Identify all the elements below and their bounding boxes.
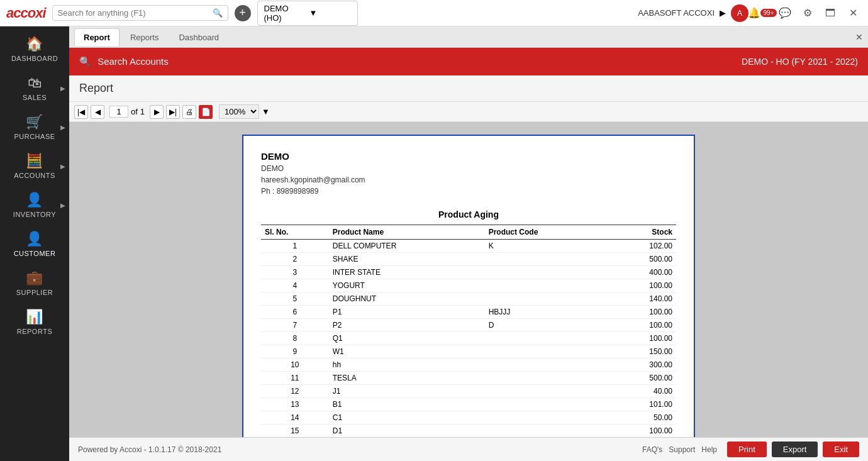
cell-sl: 12	[261, 385, 329, 398]
cell-name: INTER STATE	[329, 266, 485, 279]
toolbar-prev-page[interactable]: ◀	[91, 105, 104, 119]
search-input[interactable]	[58, 8, 209, 18]
col-header-code: Product Code	[485, 225, 609, 240]
sidebar-label-accounts: ACCOUNTS	[14, 172, 55, 179]
help-link[interactable]: Help	[701, 445, 717, 454]
sidebar-item-purchase[interactable]: 🛒 PURCHASE ▶	[0, 108, 69, 147]
cell-code	[485, 385, 609, 398]
sidebar-item-reports[interactable]: 📊 REPORTS	[0, 303, 69, 342]
notification-icon[interactable]: 🔔99+	[754, 4, 771, 22]
print-button[interactable]: Print	[727, 442, 767, 457]
cell-stock: 40.00	[609, 385, 676, 398]
tab-dashboard[interactable]: Dashboard	[169, 28, 228, 46]
search-bar[interactable]: 🔍	[52, 5, 228, 21]
supplier-icon: 💼	[26, 270, 43, 286]
sidebar-item-customer[interactable]: 👤 CUSTOMER	[0, 225, 69, 264]
cell-code: K	[485, 240, 609, 253]
close-icon[interactable]: ✕	[844, 4, 862, 22]
app-logo: accoxi	[6, 5, 46, 21]
tab-close-button[interactable]: ✕	[855, 32, 863, 42]
support-link[interactable]: Support	[669, 445, 695, 454]
table-row: 2 SHAKE 500.00	[261, 253, 676, 266]
page-of-label: of	[131, 107, 138, 116]
cell-stock: 100.00	[609, 425, 676, 438]
cell-name: SHAKE	[329, 253, 485, 266]
cell-sl: 7	[261, 319, 329, 332]
cell-sl: 15	[261, 425, 329, 438]
cell-code	[485, 398, 609, 411]
cell-name: Q1	[329, 332, 485, 345]
col-header-sl: Sl. No.	[261, 225, 329, 240]
table-row: 14 C1 50.00	[261, 411, 676, 425]
red-header: 🔍 Search Accounts DEMO - HO (FY 2021 - 2…	[69, 48, 868, 75]
table-row: 1 DELL COMPUTER K 102.00	[261, 240, 676, 253]
add-button[interactable]: +	[235, 5, 251, 21]
cell-code	[485, 292, 609, 306]
sidebar-item-dashboard[interactable]: 🏠 DASHBOARD	[0, 30, 69, 69]
report-viewer[interactable]: DEMO DEMO hareesh.kgopinath@gmail.com Ph…	[69, 122, 868, 437]
sidebar-label-dashboard: DASHBOARD	[11, 55, 58, 62]
minimize-icon[interactable]: 🗖	[821, 4, 839, 22]
footer: Powered by Accoxi - 1.0.1.17 © 2018-2021…	[69, 437, 868, 461]
search-accounts-label: 🔍 Search Accounts	[79, 56, 169, 67]
tab-reports[interactable]: Reports	[121, 28, 169, 46]
reports-icon: 📊	[26, 309, 43, 325]
company-name: DEMO	[261, 151, 676, 162]
company-sub-line1: DEMO	[261, 163, 676, 174]
table-row: 13 B1 101.00	[261, 398, 676, 411]
sidebar-label-reports: REPORTS	[17, 328, 52, 335]
arrow-icon-inventory: ▶	[60, 202, 66, 209]
cell-code	[485, 266, 609, 279]
cell-stock: 100.00	[609, 319, 676, 332]
exit-button[interactable]: Exit	[823, 442, 859, 457]
sidebar: 🏠 DASHBOARD 🛍 SALES ▶ 🛒 PURCHASE ▶ 🧮 ACC…	[0, 26, 69, 461]
cell-stock: 140.00	[609, 292, 676, 306]
tab-report[interactable]: Report	[74, 28, 120, 46]
report-heading: Product Aging	[261, 209, 676, 219]
chat-icon[interactable]: 💬	[776, 4, 794, 22]
cell-code	[485, 425, 609, 438]
cell-name: W1	[329, 345, 485, 358]
page-number-input[interactable]: 1	[109, 106, 128, 118]
zoom-selector[interactable]: 100%	[219, 104, 259, 119]
sidebar-item-accounts[interactable]: 🧮 ACCOUNTS ▶	[0, 147, 69, 186]
cell-stock: 100.00	[609, 279, 676, 292]
toolbar-export[interactable]: 📄	[199, 105, 213, 119]
report-table: Sl. No. Product Name Product Code Stock …	[261, 225, 676, 437]
report-title: Report	[69, 75, 868, 102]
toolbar-print[interactable]: 🖨	[182, 105, 196, 119]
cell-stock: 500.00	[609, 372, 676, 385]
cell-sl: 8	[261, 332, 329, 345]
customer-icon: 👤	[26, 231, 43, 247]
settings-icon[interactable]: ⚙	[799, 4, 816, 22]
cell-name: TESLA	[329, 372, 485, 385]
table-row: 15 D1 100.00	[261, 425, 676, 438]
export-button[interactable]: Export	[772, 442, 818, 457]
faq-link[interactable]: FAQ's	[642, 445, 662, 454]
cell-sl: 14	[261, 411, 329, 425]
main-layout: 🏠 DASHBOARD 🛍 SALES ▶ 🛒 PURCHASE ▶ 🧮 ACC…	[0, 26, 868, 461]
sidebar-item-supplier[interactable]: 💼 SUPPLIER	[0, 264, 69, 303]
cell-sl: 11	[261, 372, 329, 385]
sidebar-label-supplier: SUPPLIER	[16, 289, 53, 296]
cell-sl: 13	[261, 398, 329, 411]
sidebar-label-customer: CUSTOMER	[14, 250, 56, 257]
top-bar: accoxi 🔍 + DEMO (HO) ▼ AABASOFT ACCOXI ▶…	[0, 0, 868, 26]
search-accounts-icon: 🔍	[79, 56, 91, 67]
cell-code: HBJJJ	[485, 306, 609, 319]
sidebar-item-inventory[interactable]: 👤 INVENTORY ▶	[0, 186, 69, 225]
arrow-icon-purchase: ▶	[60, 124, 66, 131]
inventory-icon: 👤	[26, 192, 43, 208]
cell-name: P1	[329, 306, 485, 319]
company-selector[interactable]: DEMO (HO) ▼	[257, 1, 358, 26]
arrow-icon: ▶	[60, 85, 66, 92]
toolbar-first-page[interactable]: |◀	[74, 105, 88, 119]
purchase-icon: 🛒	[26, 114, 43, 130]
company-name: DEMO (HO)	[264, 4, 306, 23]
cell-stock: 500.00	[609, 253, 676, 266]
table-row: 5 DOUGHNUT 140.00	[261, 292, 676, 306]
sidebar-item-sales[interactable]: 🛍 SALES ▶	[0, 69, 69, 108]
toolbar-last-page[interactable]: ▶|	[166, 105, 180, 119]
toolbar-next-page[interactable]: ▶	[150, 105, 164, 119]
cell-stock: 102.00	[609, 240, 676, 253]
